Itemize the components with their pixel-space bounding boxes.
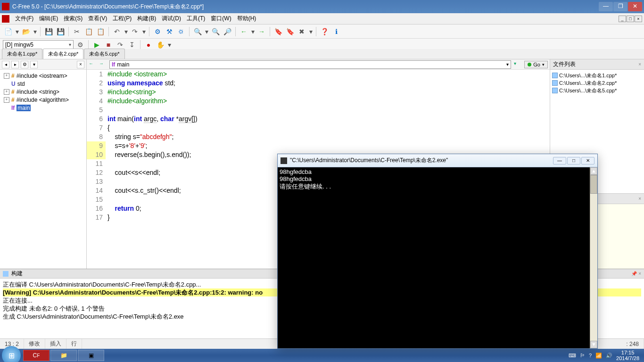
tray-network-icon[interactable]: 📶 [595,353,602,359]
symbol-include-string[interactable]: +##include <string> [2,88,84,96]
symbol-std[interactable]: Ustd [2,80,84,88]
scroll-thumb[interactable] [590,175,597,194]
bookmark-del-icon[interactable]: ✖ [297,26,307,37]
menu-project[interactable]: 工程(P) [110,13,134,24]
open-dropdown-icon[interactable]: ▾ [33,26,37,37]
class-panel-close-icon[interactable]: × [638,196,641,201]
func-combo-label: main [117,61,129,68]
compile-icon[interactable]: ⚙ [152,26,163,37]
hand-icon[interactable]: ✋ [155,40,165,50]
forward-icon[interactable]: → [256,26,267,37]
new-dropdown-icon[interactable]: ▾ [15,26,19,37]
function-combo[interactable]: Ifmain [109,60,511,69]
back-icon[interactable]: ← [239,26,249,37]
mdi-close-button[interactable]: × [635,16,642,22]
panel-close-icon[interactable]: × [77,61,84,68]
taskbar: ⊞ CF 📁 ▣ ⌨ 🏳 ? 📶 🔊 17:15 2014/7/28 [0,349,644,362]
bookmark-icon[interactable]: 🔖 [273,26,283,37]
tray-clock[interactable]: 17:15 2014/7/28 [616,350,639,361]
tray-sound-icon[interactable]: 🔊 [606,353,612,359]
tray-help-icon[interactable]: ? [589,353,592,358]
build-pin-icon[interactable]: 📌 × [631,271,641,276]
symbol-include-iostream[interactable]: +##include <iostream> [2,72,84,80]
panel-nav-right-icon[interactable]: ▸ [11,61,19,68]
save-all-icon[interactable]: 💾 [55,26,66,37]
console-title-bar[interactable]: "C:\Users\Administrator\Documents\C-Free… [278,154,597,167]
status-right: : 248 [621,339,644,349]
open-file-icon[interactable]: 📂 [21,26,31,37]
scroll-up-icon[interactable]: ▲ [590,167,597,175]
minimize-button[interactable]: — [599,2,613,11]
menu-build[interactable]: 构建(B) [134,13,159,24]
redo-icon[interactable]: ↷ [130,26,140,37]
hand-dropdown-icon[interactable]: ▾ [167,40,172,50]
tab-file-1[interactable]: 未命名1.cpp* [2,49,42,59]
menu-edit[interactable]: 编辑(E) [36,13,61,24]
nav-back-icon[interactable]: ← [89,61,96,68]
console-maximize-button[interactable]: □ [567,157,580,165]
undo-icon[interactable]: ↶ [112,26,122,37]
mdi-minimize-button[interactable]: _ [619,16,626,22]
menu-view[interactable]: 查看(V) [85,13,110,24]
about-icon[interactable]: ℹ [331,26,341,37]
nav-dropdown-icon[interactable]: ▾ [514,61,521,68]
menu-tools[interactable]: 工具(T) [184,13,208,24]
symbol-main[interactable]: Ifmain [2,104,84,112]
copy-icon[interactable]: 📋 [83,26,94,37]
tray-flag-icon[interactable]: 🏳 [580,353,585,358]
console-close-button[interactable]: ✕ [581,157,594,165]
menu-debug[interactable]: 调试(D) [159,13,184,24]
tab-file-3[interactable]: 未命名5.cpp* [84,49,124,59]
go-button[interactable]: Go▾ [524,61,548,68]
menu-file[interactable]: 文件(F) [12,13,36,24]
task-explorer[interactable]: 📁 [50,350,77,361]
file-list-item-2[interactable]: C:\Users\...\未命名2.cpp* [552,79,642,87]
save-icon[interactable]: 💾 [43,26,54,37]
start-button[interactable]: ⊞ [2,346,21,362]
task-cfree[interactable]: CF [23,350,50,361]
find-icon[interactable]: 🔍 [192,26,203,37]
nav-forward-icon[interactable]: → [99,61,107,68]
func-icon: If [112,61,115,68]
menu-help[interactable]: 帮助(H) [234,13,259,24]
panel-settings-icon[interactable]: ⚙ [21,61,28,68]
app-icon [2,3,9,10]
find-prev-icon[interactable]: 🔎 [222,26,232,37]
breakpoint-icon[interactable]: ● [143,40,154,50]
maximize-button[interactable]: ❐ [613,2,627,11]
tray-ime-icon[interactable]: ⌨ [569,353,576,359]
rebuild-icon[interactable]: ⛭ [176,26,186,37]
mdi-restore-button[interactable]: □ [627,16,634,22]
back-dropdown-icon[interactable]: ▾ [250,26,255,37]
find-next-icon[interactable]: 🔍 [210,26,221,37]
bookmark-dropdown-icon[interactable]: ▾ [308,26,313,37]
find-dropdown-icon[interactable]: ▾ [204,26,209,37]
redo-dropdown-icon[interactable]: ▾ [141,26,146,37]
file-list-item-1[interactable]: C:\Users\...\未命名1.cpp* [552,72,642,79]
paste-icon[interactable]: 📋 [95,26,106,37]
panel-nav-left-icon[interactable]: ◂ [2,61,9,68]
scroll-down-icon[interactable]: ▼ [590,341,597,348]
menu-window[interactable]: 窗口(W) [208,13,234,24]
cut-icon[interactable]: ✂ [72,26,82,37]
file-list-item-3[interactable]: C:\Users\...\未命名5.cpp* [552,87,642,94]
compiler-combo[interactable]: [D] mingw5 [3,40,74,49]
help-icon[interactable]: ❓ [319,26,330,37]
symbol-include-algorithm[interactable]: +##include <algorithm> [2,96,84,104]
file-icon [552,80,558,86]
panel-dropdown-icon[interactable]: ▾ [30,61,38,68]
console-scrollbar[interactable]: ▲ ▼ [590,167,597,348]
menu-search[interactable]: 搜索(S) [61,13,85,24]
task-console[interactable]: ▣ [78,350,104,361]
new-file-icon[interactable]: 📄 [3,26,13,37]
undo-dropdown-icon[interactable]: ▾ [124,26,128,37]
tab-file-2[interactable]: 未命名2.cpp* [43,49,83,59]
console-minimize-button[interactable]: — [553,157,566,165]
step-into-icon[interactable]: ↧ [127,40,137,50]
build-icon[interactable]: ⚒ [164,26,174,37]
bookmark-next-icon[interactable]: 🔖 [285,26,295,37]
file-list-close-icon[interactable]: × [638,62,641,67]
close-button[interactable]: ✕ [628,2,642,11]
console-window[interactable]: "C:\Users\Administrator\Documents\C-Free… [277,154,598,349]
console-body[interactable]: 98hgfedcba 98hgfedcba 请按任意键继续. . . ▲ ▼ [278,167,597,348]
